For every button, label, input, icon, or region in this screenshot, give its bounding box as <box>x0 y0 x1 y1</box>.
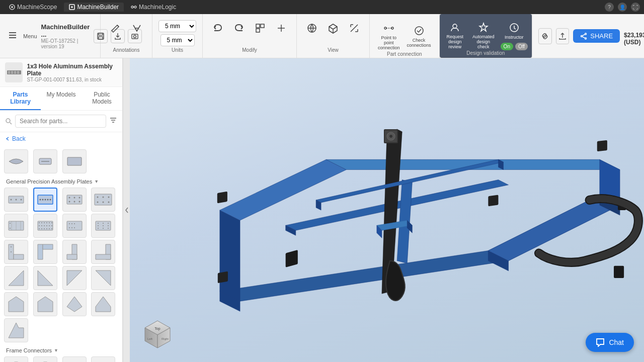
list-item[interactable] <box>33 149 57 173</box>
user-icon[interactable]: 👤 <box>618 3 627 12</box>
frame-connectors-label: Frame Connectors <box>6 347 52 353</box>
part-connection-group: Point to point connection Check connecti… <box>370 14 440 58</box>
sidebar-collapse-handle[interactable] <box>123 58 130 362</box>
svg-point-17 <box>384 27 386 29</box>
general-plates-grid <box>2 186 120 344</box>
svg-point-82 <box>44 225 45 226</box>
list-item[interactable] <box>4 240 28 264</box>
request-design-review-button[interactable]: Request design review <box>444 20 467 50</box>
list-item[interactable] <box>91 356 115 362</box>
orientation-cube[interactable]: Top Left Right <box>140 317 175 352</box>
view-btn3[interactable] <box>345 21 363 35</box>
units-label: Units <box>172 47 183 55</box>
units-group: 5 mm1 mm10 mm 5 mm1 mm Units <box>152 14 203 58</box>
svg-rect-33 <box>14 71 16 74</box>
help-icon[interactable]: ? <box>605 3 614 12</box>
list-item[interactable] <box>33 188 57 212</box>
list-item[interactable] <box>62 356 87 362</box>
svg-point-20 <box>415 27 423 35</box>
tab-my-models[interactable]: My Models <box>41 87 82 110</box>
list-item[interactable] <box>4 149 28 173</box>
svg-point-23 <box>585 33 587 35</box>
list-item[interactable] <box>4 214 28 238</box>
category-frame-connectors[interactable]: Frame Connectors ▼ <box>2 344 120 354</box>
share-button[interactable]: SHARE <box>573 29 620 43</box>
annotation-pencil-button[interactable] <box>107 21 125 35</box>
automated-design-check-button[interactable]: Automated design check <box>469 20 498 50</box>
svg-point-21 <box>453 24 457 28</box>
mm-dropdown[interactable]: 5 mm1 mm10 mm <box>158 20 196 32</box>
list-item[interactable] <box>33 266 57 290</box>
instructor-toggle[interactable]: On Off <box>501 43 528 50</box>
list-item[interactable] <box>62 240 87 264</box>
modify-btn2[interactable] <box>272 21 290 35</box>
svg-rect-132 <box>217 192 227 204</box>
list-item[interactable] <box>33 292 57 316</box>
redo-button[interactable] <box>230 21 248 35</box>
list-item[interactable] <box>62 149 87 173</box>
check-connections-label: Check connections <box>407 38 431 48</box>
svg-rect-60 <box>95 194 112 205</box>
svg-line-36 <box>10 123 12 125</box>
annotations-group: Annotations <box>101 14 152 58</box>
tab-machinebuilder[interactable]: MachineBuilder <box>64 3 124 12</box>
svg-marker-116 <box>220 251 509 302</box>
svg-point-107 <box>108 225 109 226</box>
tab-public-models[interactable]: Public Models <box>82 87 122 110</box>
list-item[interactable] <box>91 214 115 238</box>
svg-rect-15 <box>256 29 260 32</box>
svg-point-103 <box>103 223 104 224</box>
sidebar-tabs: Parts Library My Models Public Models <box>0 87 122 111</box>
toolbar-link-icon[interactable] <box>538 28 552 44</box>
check-connections-button[interactable]: Check connections <box>405 24 433 49</box>
list-item[interactable] <box>62 266 87 290</box>
list-item[interactable] <box>33 214 57 238</box>
svg-point-63 <box>103 197 104 198</box>
svg-point-96 <box>69 227 70 228</box>
list-item[interactable] <box>91 188 115 212</box>
tab-machinescope[interactable]: MachineScope <box>4 3 62 12</box>
category-general-plates[interactable]: General Precision Assembly Plates ▼ <box>2 175 120 186</box>
menu-button[interactable] <box>6 29 19 44</box>
tab-machinelogic[interactable]: MachineLogic <box>126 3 181 12</box>
search-input[interactable] <box>15 115 106 128</box>
list-item[interactable] <box>62 292 87 316</box>
list-item[interactable] <box>62 214 87 238</box>
modify-btn1[interactable] <box>251 21 269 35</box>
svg-point-91 <box>51 228 52 229</box>
chat-label: Chat <box>609 338 624 346</box>
machine-3d-view <box>130 58 644 362</box>
svg-point-80 <box>39 225 40 226</box>
view-btn1[interactable] <box>303 21 321 35</box>
list-item[interactable] <box>91 292 115 316</box>
list-item[interactable] <box>4 356 28 362</box>
list-item[interactable] <box>33 356 57 362</box>
svg-point-84 <box>49 225 50 226</box>
svg-point-76 <box>44 222 45 223</box>
viewport[interactable]: Top Left Right Chat <box>130 58 644 362</box>
list-item[interactable] <box>91 266 115 290</box>
svg-rect-34 <box>17 71 19 74</box>
list-item[interactable] <box>4 292 28 316</box>
svg-point-74 <box>39 222 40 223</box>
fullscreen-icon[interactable]: ⛶ <box>631 3 640 12</box>
back-link[interactable]: Back <box>0 132 122 145</box>
point-to-point-button[interactable]: Point to point connection <box>376 21 402 51</box>
view-btn2[interactable] <box>324 21 342 35</box>
filter-button[interactable] <box>109 116 117 126</box>
annotation-text-button[interactable] <box>128 21 146 35</box>
list-item[interactable] <box>91 240 115 264</box>
toolbar-upload-icon[interactable] <box>556 28 570 44</box>
parts-scroll[interactable]: General Precision Assembly Plates ▼ <box>0 145 122 362</box>
list-item[interactable] <box>4 188 28 212</box>
chat-button[interactable]: Chat <box>586 333 634 352</box>
list-item[interactable] <box>4 266 28 290</box>
list-item[interactable] <box>33 240 57 264</box>
tab-parts-library[interactable]: Parts Library <box>0 87 41 110</box>
svg-rect-42 <box>67 157 82 165</box>
svg-rect-14 <box>261 24 264 28</box>
list-item[interactable] <box>62 188 87 212</box>
list-item[interactable] <box>4 318 28 342</box>
mm-dropdown2[interactable]: 5 mm1 mm <box>160 34 195 46</box>
undo-button[interactable] <box>209 21 227 35</box>
